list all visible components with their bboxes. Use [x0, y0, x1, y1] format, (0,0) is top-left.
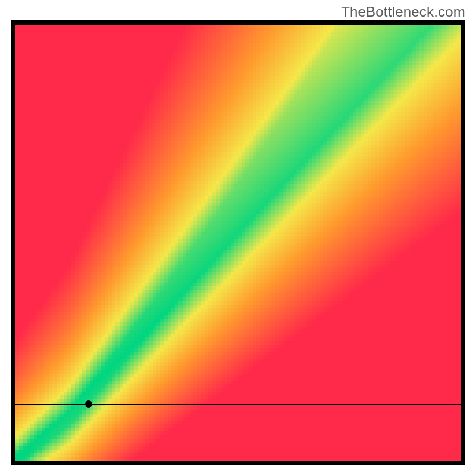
chart-wrap: TheBottleneck.com	[0, 0, 476, 476]
heatmap-canvas	[15, 25, 461, 461]
plot-area	[15, 25, 461, 461]
crosshair-vertical	[89, 25, 89, 461]
watermark-text: TheBottleneck.com	[341, 4, 465, 20]
crosshair-horizontal	[15, 404, 461, 405]
plot-frame	[11, 20, 465, 465]
